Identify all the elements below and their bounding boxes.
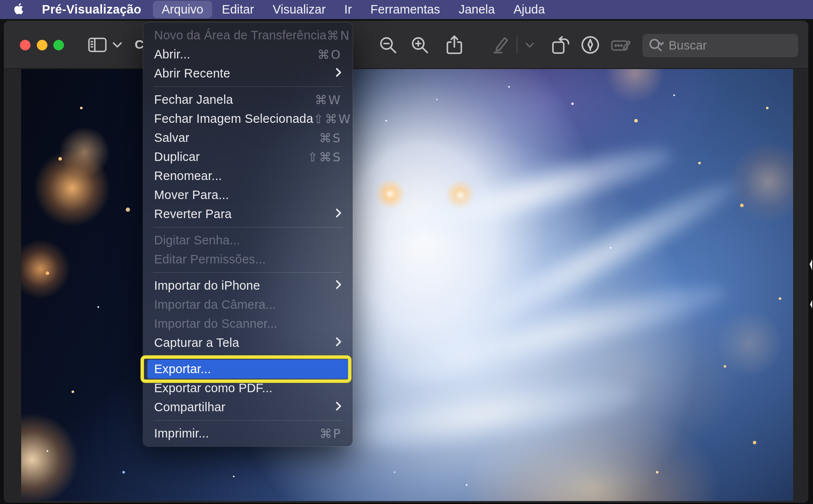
menu-item-mover-para[interactable]: Mover Para... [143,186,353,205]
menu-item-label: Duplicar [154,150,307,164]
window-content [4,69,808,502]
menu-bar: Pré-Visualização Arquivo Editar Visualiz… [0,0,813,19]
menu-item-label: Importar do Scanner... [154,317,342,331]
menu-item-imprimir[interactable]: Imprimir... ⌘P [143,424,353,443]
menu-item-salvar[interactable]: Salvar ⌘S [143,128,353,147]
menu-item-label: Imprimir... [154,426,320,440]
menu-item-label: Fechar Janela [154,93,315,107]
menu-item-shortcut: ⇧⌘W [313,112,352,126]
menu-item-shortcut: ⌘N [326,28,351,43]
menubar-item-ferramentas[interactable]: Ferramentas [362,1,449,18]
menu-item-importar-do-scanner: Importar do Scanner... [143,314,353,333]
menu-item-shortcut: ⌘P [320,426,342,441]
menu-item-exportar-como-pdf[interactable]: Exportar como PDF... [143,379,353,398]
window-title: C [135,37,144,52]
rotate-left-icon[interactable] [551,35,571,55]
minimize-button[interactable] [37,40,47,50]
menu-separator [153,86,343,87]
menu-item-label: Renomear... [154,169,342,183]
menubar-item-ir[interactable]: Ir [335,1,361,18]
file-menu: Novo da Área de Transferência ⌘N Abrir..… [143,22,353,446]
menu-item-label: Mover Para... [154,188,342,202]
menu-item-label: Novo da Área de Transferência [154,28,326,42]
menu-item-importar-do-iphone[interactable]: Importar do iPhone [143,276,353,295]
menu-separator [153,227,343,227]
menu-item-abrir-recente[interactable]: Abrir Recente [143,64,353,83]
markup-pencil-icon [489,35,510,55]
menu-item-label: Capturar a Tela [154,336,335,350]
apple-menu[interactable] [0,2,35,17]
menu-item-novo-da-area-de-transferencia: Novo da Área de Transferência ⌘N [143,26,353,45]
star-field [21,69,23,71]
menubar-item-editar[interactable]: Editar [213,1,263,18]
menu-item-label: Compartilhar [154,400,335,414]
menu-item-compartilhar[interactable]: Compartilhar [143,398,353,417]
submenu-chevron-icon [335,400,342,414]
apple-icon [14,2,25,17]
menu-item-label: Digitar Senha... [154,233,342,247]
menu-item-fechar-imagem-selecionada[interactable]: Fechar Imagem Selecionada ⇧⌘W [143,109,353,128]
zoom-window-button[interactable] [53,40,64,50]
menu-item-renomear[interactable]: Renomear... [143,166,353,186]
menu-item-label: Abrir Recente [154,66,335,80]
menubar-item-visualizar[interactable]: Visualizar [264,1,335,18]
menu-item-label: Editar Permissões... [154,252,342,266]
search-input[interactable] [669,39,783,53]
form-fill-icon [611,35,631,55]
search-icon [648,38,664,54]
zoom-in-icon[interactable] [409,35,430,55]
sidebar-chevron-icon[interactable] [110,35,124,55]
menu-item-shortcut: ⌘W [315,93,342,107]
menu-item-label: Reverter Para [154,207,335,221]
menubar-item-ajuda[interactable]: Ajuda [505,1,554,18]
preview-window: C [4,21,808,502]
close-button[interactable] [20,40,30,50]
cursor-artifact [810,300,812,308]
menu-item-editar-permissoes: Editar Permissões... [143,250,353,269]
menu-item-exportar[interactable]: Exportar... [147,360,348,379]
menu-item-label: Salvar [154,131,319,145]
toolbar: C [4,21,808,69]
menu-item-shortcut: ⌘O [317,47,342,62]
cursor-artifact [810,259,812,270]
menu-item-label: Abrir... [154,47,317,61]
sidebar-icon[interactable] [87,35,108,55]
menu-item-digitar-senha: Digitar Senha... [143,231,353,250]
annotate-pen-icon[interactable] [580,35,600,55]
share-icon[interactable] [444,35,465,55]
search-field[interactable] [642,34,798,57]
menu-item-label: Importar da Câmera... [154,298,342,312]
menu-item-capturar-a-tela[interactable]: Capturar a Tela [143,333,353,352]
menubar-item-janela[interactable]: Janela [450,1,503,18]
menu-separator [153,420,343,421]
menu-item-duplicar[interactable]: Duplicar ⇧⌘S [143,147,353,166]
beard-streak [328,368,641,462]
menu-item-abrir[interactable]: Abrir... ⌘O [143,45,353,64]
menu-separator [153,272,343,273]
menu-item-label: Exportar... [154,362,342,376]
menu-item-reverter-para[interactable]: Reverter Para [143,205,353,224]
menubar-item-arquivo[interactable]: Arquivo [153,1,212,18]
menu-item-label: Importar do iPhone [154,279,335,293]
menu-separator [153,356,343,356]
menu-item-shortcut: ⌘S [319,131,342,145]
zoom-out-icon[interactable] [378,35,398,55]
cosmic-wizard-image [21,69,793,501]
markup-chevron-icon [523,35,537,55]
menu-item-label: Fechar Imagem Selecionada [154,112,313,126]
submenu-chevron-icon [335,207,342,221]
menu-item-importar-da-camera: Importar da Câmera... [143,295,353,314]
toolbar-divider [517,36,517,53]
menu-item-fechar-janela[interactable]: Fechar Janela ⌘W [143,90,353,109]
submenu-chevron-icon [335,279,342,293]
submenu-chevron-icon [335,66,342,80]
app-name[interactable]: Pré-Visualização [35,3,152,17]
submenu-chevron-icon [335,336,342,350]
menu-item-label: Exportar como PDF... [154,381,342,395]
menu-item-shortcut: ⇧⌘S [307,150,342,164]
